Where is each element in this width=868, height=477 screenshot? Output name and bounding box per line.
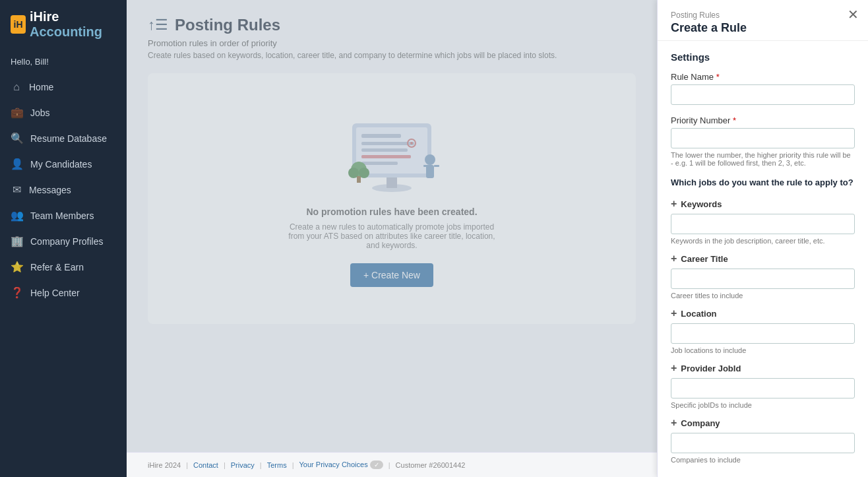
company-input[interactable] — [671, 433, 855, 453]
svg-rect-8 — [361, 162, 398, 165]
provider-jobid-label: Provider JobId — [681, 364, 741, 373]
sidebar-item-label: Team Members — [30, 210, 94, 221]
empty-state-message: No promotion rules have been created. — [306, 207, 477, 217]
location-group: + Location Job locations to include — [671, 307, 855, 354]
panel-close-button[interactable]: ✕ — [848, 8, 859, 21]
rule-name-input[interactable] — [671, 84, 855, 105]
sidebar: iH iHire Accounting Hello, Bill! ⌂ Home … — [0, 0, 127, 477]
career-title-label: Career Title — [681, 254, 728, 264]
svg-rect-4 — [361, 134, 401, 138]
svg-rect-6 — [361, 148, 408, 152]
location-hint: Job locations to include — [671, 346, 855, 354]
logo-icon: iH — [11, 15, 26, 34]
keywords-hint: Keywords in the job description, career … — [671, 237, 855, 245]
provider-jobid-toggle[interactable]: + Provider JobId — [671, 362, 855, 374]
sidebar-item-messages[interactable]: ✉ Messages — [0, 177, 127, 203]
career-title-toggle[interactable]: + Career Title — [671, 253, 855, 265]
main-content: ↑☰ Posting Rules Promotion rules in orde… — [127, 0, 657, 452]
provider-jobid-plus-icon: + — [671, 362, 677, 374]
empty-state-desc: Create a new rules to automatically prom… — [286, 222, 497, 250]
page-title: Posting Rules — [175, 16, 280, 34]
keywords-input[interactable] — [671, 214, 855, 234]
keywords-group: + Keywords Keywords in the job descripti… — [671, 198, 855, 245]
svg-point-19 — [410, 142, 413, 144]
sidebar-item-resume-database[interactable]: 🔍 Resume Database — [0, 125, 127, 151]
footer-link-terms[interactable]: Terms — [267, 461, 287, 469]
empty-state-card: No promotion rules have been created. Cr… — [148, 73, 636, 324]
provider-jobid-input[interactable] — [671, 378, 855, 398]
location-toggle[interactable]: + Location — [671, 307, 855, 319]
svg-rect-5 — [361, 142, 414, 145]
create-new-button[interactable]: + Create New — [350, 263, 433, 287]
footer: iHire 2024 | Contact | Privacy | Terms |… — [127, 452, 657, 477]
svg-rect-13 — [434, 165, 439, 167]
sidebar-item-my-candidates[interactable]: 👤 My Candidates — [0, 151, 127, 177]
priority-hint: The lower the number, the higher priorit… — [671, 151, 855, 167]
career-title-plus-icon: + — [671, 253, 677, 265]
privacy-badge: ✓ — [370, 461, 383, 469]
priority-number-input[interactable] — [671, 128, 855, 148]
refer-icon: ⭐ — [11, 261, 24, 273]
location-input[interactable] — [671, 323, 855, 344]
career-title-input[interactable] — [671, 269, 855, 289]
sidebar-item-jobs[interactable]: 💼 Jobs — [0, 100, 127, 125]
location-label: Location — [681, 309, 716, 319]
footer-link-your-privacy-choices[interactable]: Your Privacy Choices ✓ — [299, 461, 383, 469]
priority-number-required: * — [733, 115, 736, 125]
provider-jobid-hint: Specific jobIDs to include — [671, 401, 855, 409]
sidebar-nav: ⌂ Home 💼 Jobs 🔍 Resume Database 👤 My Can… — [0, 75, 127, 477]
svg-rect-9 — [361, 155, 411, 158]
keywords-plus-icon: + — [671, 198, 677, 210]
logo-product: Accounting — [30, 24, 102, 39]
footer-customer: Customer #26001442 — [396, 461, 466, 469]
page-subtitle2: Create rules based on keywords, location… — [148, 51, 636, 60]
messages-icon: ✉ — [11, 183, 22, 196]
svg-point-10 — [425, 154, 435, 165]
provider-jobid-group: + Provider JobId Specific jobIDs to incl… — [671, 362, 855, 409]
empty-state-illustration — [332, 110, 451, 196]
side-panel: Posting Rules Create a Rule ✕ Settings R… — [657, 0, 868, 477]
logo-brand: iHire — [30, 9, 59, 24]
svg-rect-17 — [357, 176, 361, 183]
svg-rect-12 — [423, 165, 429, 167]
footer-link-privacy[interactable]: Privacy — [231, 461, 255, 469]
sidebar-item-label: Home — [29, 82, 53, 92]
priority-number-label: Priority Number * — [671, 115, 855, 125]
company-toggle[interactable]: + Company — [671, 417, 855, 429]
sidebar-item-team-members[interactable]: 👥 Team Members — [0, 203, 127, 228]
panel-title: Create a Rule — [671, 21, 855, 35]
sidebar-item-label: My Candidates — [30, 159, 92, 170]
sidebar-item-label: Jobs — [30, 108, 50, 118]
company-group: + Company Companies to include — [671, 417, 855, 464]
panel-subtitle: Posting Rules — [671, 11, 855, 20]
logo: iH iHire Accounting — [0, 0, 127, 49]
company-plus-icon: + — [671, 417, 677, 429]
sidebar-item-refer-earn[interactable]: ⭐ Refer & Earn — [0, 254, 127, 280]
jobs-question: Which jobs do you want the rule to apply… — [671, 177, 855, 190]
team-icon: 👥 — [11, 209, 24, 222]
rule-name-field-group: Rule Name * — [671, 72, 855, 105]
footer-copyright: iHire 2024 — [148, 461, 181, 469]
sidebar-item-help-center[interactable]: ❓ Help Center — [0, 280, 127, 305]
sidebar-item-label: Help Center — [30, 288, 80, 298]
home-icon: ⌂ — [11, 81, 22, 93]
main-area: ↑☰ Posting Rules Promotion rules in orde… — [127, 0, 657, 477]
settings-heading: Settings — [671, 51, 855, 63]
sidebar-item-label: Refer & Earn — [30, 262, 84, 272]
company-icon: 🏢 — [11, 235, 24, 247]
jobs-icon: 💼 — [11, 106, 24, 119]
rule-name-label: Rule Name * — [671, 72, 855, 82]
search-icon: 🔍 — [11, 132, 24, 144]
sidebar-item-home[interactable]: ⌂ Home — [0, 75, 127, 100]
sidebar-item-company-profiles[interactable]: 🏢 Company Profiles — [0, 228, 127, 254]
sidebar-item-label: Company Profiles — [30, 236, 104, 247]
career-title-hint: Career titles to include — [671, 292, 855, 300]
panel-body: Settings Rule Name * Priority Number * T… — [658, 41, 868, 477]
keywords-toggle[interactable]: + Keywords — [671, 198, 855, 210]
career-title-group: + Career Title Career titles to include — [671, 253, 855, 300]
keywords-label: Keywords — [681, 199, 722, 209]
footer-link-contact[interactable]: Contact — [193, 461, 218, 469]
posting-rules-icon: ↑☰ — [148, 16, 168, 34]
page-subtitle: Promotion rules in order of priority — [148, 38, 636, 48]
company-label: Company — [681, 418, 720, 428]
